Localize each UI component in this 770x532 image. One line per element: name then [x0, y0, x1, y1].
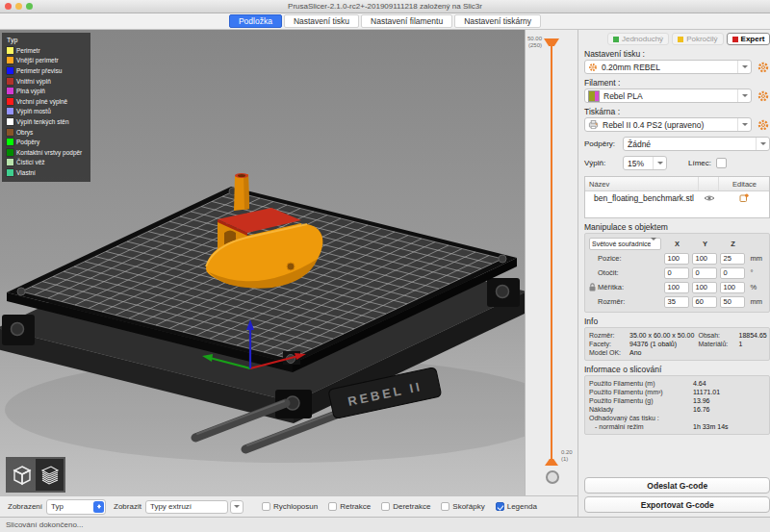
checkbox-box[interactable]	[381, 502, 390, 511]
toolbar-checkboxes: Rychloposun Retrakce Deretrakce	[251, 502, 537, 511]
layer-slider-strip: 50.00 (250) 0.20 (1)	[525, 30, 578, 495]
x-value-input[interactable]	[664, 296, 689, 308]
print-settings-combo[interactable]: 0.20mm REBEL	[584, 60, 752, 74]
gear-icon	[757, 62, 769, 73]
checkbox-box[interactable]	[328, 502, 337, 511]
view-dropdown[interactable]: Typ	[46, 499, 106, 515]
checkbox-box[interactable]	[496, 502, 504, 511]
infill-label: Výplň:	[584, 159, 623, 167]
chevron-down-icon[interactable]	[653, 157, 666, 169]
legend-item: Perimetr převisu	[7, 65, 86, 76]
x-value-input[interactable]	[664, 267, 689, 279]
z-value-input[interactable]	[720, 282, 745, 293]
tab[interactable]: Nastavení filamentu	[361, 14, 452, 28]
show-dropdown[interactable]: Typy extruzí	[145, 500, 228, 514]
z-value-input[interactable]	[720, 267, 745, 279]
brim-checkbox[interactable]	[716, 158, 727, 168]
visibility-toggle[interactable]	[700, 194, 719, 202]
tab[interactable]: Nastavení tiskárny	[454, 14, 541, 28]
mode-button[interactable]: Expert	[727, 33, 770, 45]
status-text: Slicování dokončeno...	[6, 520, 84, 529]
legend-color-icon	[7, 108, 13, 114]
unit-label: °	[748, 268, 765, 277]
close-button[interactable]	[5, 3, 12, 10]
toolbar-checkbox[interactable]: Rychloposun	[262, 502, 318, 511]
printer-icon	[588, 119, 599, 130]
layer-slider-upper-handle[interactable]	[544, 38, 559, 46]
filament-combo[interactable]: Rebel PLA	[584, 89, 752, 103]
y-value-input[interactable]	[692, 267, 717, 279]
z-value-input[interactable]	[720, 296, 745, 308]
legend-item: Vrchní plné výplně	[7, 96, 86, 107]
cube-icon	[11, 464, 34, 487]
minimize-button[interactable]	[15, 3, 22, 10]
stepper-arrows-icon	[93, 501, 104, 513]
supports-dropdown[interactable]: Žádné	[623, 137, 770, 151]
y-value-input[interactable]	[692, 282, 717, 293]
toolbar-checkbox[interactable]: Deretrakce	[381, 502, 430, 511]
y-value-input[interactable]	[692, 296, 717, 308]
viewport-3d[interactable]: REBEL II Typ Perimetr	[0, 30, 525, 495]
axis-header-y: Y	[692, 240, 717, 248]
toolbar-checkbox[interactable]: Skořápky	[441, 502, 484, 511]
toolbar-checkbox[interactable]: Legenda	[496, 502, 537, 511]
layer-slider-track[interactable]	[551, 45, 552, 461]
tab[interactable]: Nastavení tisku	[284, 14, 359, 28]
chevron-down-icon[interactable]	[737, 89, 751, 102]
axis-header-x: X	[664, 240, 689, 248]
fullscreen-button[interactable]	[26, 3, 33, 10]
checkbox-box[interactable]	[441, 502, 449, 511]
y-value-input[interactable]	[692, 253, 717, 265]
coordinate-system-dropdown[interactable]: Světové souřadnice	[589, 238, 661, 250]
chevron-down-icon[interactable]	[737, 61, 751, 73]
legend-color-icon	[7, 78, 13, 85]
edit-object-button[interactable]	[719, 193, 769, 203]
layer-slider-options-button[interactable]	[546, 470, 559, 484]
info-value	[738, 349, 765, 356]
extrusion-type-legend: Typ Perimetr Vnější	[2, 33, 90, 182]
name-column-header: Název	[585, 177, 699, 190]
mode-color-icon	[732, 37, 738, 42]
view-layers-button[interactable]	[36, 459, 64, 491]
checkbox-box[interactable]	[262, 502, 270, 511]
chevron-down-icon	[651, 241, 660, 247]
toolbar-checkbox[interactable]: Retrakce	[328, 502, 371, 511]
edit-printer-button[interactable]	[756, 117, 770, 132]
object-row[interactable]: ben_floating_benchmark.stl	[585, 191, 769, 204]
edit-print-settings-button[interactable]	[756, 60, 770, 74]
tab[interactable]: Podložka	[229, 14, 282, 28]
sidebar: Jednoduchý Pokročilý Expert Nastavení ti…	[578, 30, 770, 517]
slicing-label: Použito Filamentu (mm³)	[589, 389, 691, 395]
x-value-input[interactable]	[664, 282, 689, 293]
view-3d-button[interactable]	[8, 459, 36, 491]
chevron-down-icon[interactable]	[756, 138, 769, 150]
mode-button[interactable]: Jednoduchý	[607, 33, 669, 45]
slicing-label: Použito Filamentu (m)	[589, 380, 691, 387]
legend-item: Perimetr	[7, 45, 86, 56]
layer-slider-lower-handle[interactable]	[545, 459, 558, 466]
layer-slider-min-label: 0.20 (1)	[561, 449, 573, 463]
printer-combo[interactable]: Rebel II 0.4 PS2 (upraveno)	[584, 117, 752, 132]
chevron-down-icon[interactable]	[737, 118, 751, 131]
legend-color-icon	[7, 129, 13, 136]
mode-button[interactable]: Pokročilý	[672, 33, 723, 45]
send-gcode-button[interactable]: Odeslat G-code	[584, 477, 770, 494]
window-controls	[0, 3, 33, 10]
show-dropdown-button[interactable]	[230, 500, 244, 514]
z-value-input[interactable]	[720, 253, 745, 265]
info-label: Rozměr:	[589, 332, 628, 339]
edit-filament-button[interactable]	[756, 89, 770, 103]
filament-label: Filament :	[584, 78, 770, 88]
x-value-input[interactable]	[664, 253, 689, 265]
slicing-label: Použito Filamentu (g)	[589, 397, 691, 404]
info-label: Model OK:	[589, 349, 628, 356]
legend-title: Typ	[7, 37, 86, 43]
legend-color-icon	[7, 88, 13, 94]
show-dropdown-label: Zobrazit	[114, 502, 141, 511]
legend-color-icon	[7, 118, 13, 125]
legend-color-icon	[7, 149, 13, 156]
unit-label: %	[748, 283, 765, 291]
infill-dropdown[interactable]: 15%	[623, 156, 667, 170]
slicing-label: Náklady	[589, 406, 691, 413]
export-gcode-button[interactable]: Exportovat G-code	[584, 496, 770, 513]
